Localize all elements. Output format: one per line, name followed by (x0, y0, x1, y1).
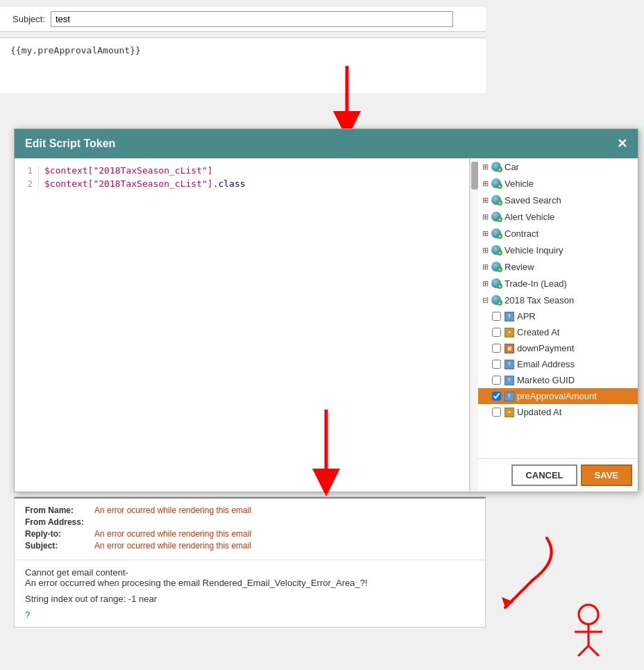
contract-icon: + (491, 228, 502, 239)
preview-area: From Name: An error ocurred while render… (15, 497, 485, 560)
code-text-2-start: $context["2018TaxSeason_cList"] (44, 178, 213, 189)
field-item-apr[interactable]: T APR (478, 308, 638, 324)
error-line-1: Cannot get email content- (25, 567, 475, 578)
annotation-arrow-2 (305, 410, 347, 495)
preview-from-name-row: From Name: An error ocurred while render… (25, 505, 475, 515)
field-label-down-payment: downPayment (517, 343, 574, 353)
field-label-created-at: Created At (517, 327, 559, 337)
tree-item-vehicle-inquiry[interactable]: ⊞ + Vehicle Inquiry (478, 242, 638, 258)
cancel-button[interactable]: CANCEL (511, 464, 577, 486)
checkbox-apr[interactable] (492, 312, 501, 321)
checkbox-down-payment[interactable] (492, 344, 501, 353)
vehicle-inquiry-icon: + (491, 244, 502, 256)
tree-label-review: Review (505, 262, 534, 272)
tree-item-contract[interactable]: ⊞ + Contract (478, 225, 638, 242)
tree-item-vehicle[interactable]: ⊞ + Vehicle (478, 175, 638, 192)
checkbox-updated-at[interactable] (492, 408, 501, 417)
modal-header: Edit Script Token ✕ (15, 129, 638, 158)
modal-footer: CANCEL SAVE (478, 458, 638, 492)
field-label-marketo-guid: Marketo GUID (517, 375, 575, 385)
tax-season-icon: + (491, 294, 502, 305)
expand-icon-vehicle-inquiry: ⊞ (482, 246, 489, 255)
checkbox-marketo-guid[interactable] (492, 376, 501, 385)
checkbox-email-address[interactable] (492, 360, 501, 369)
tree-label-car: Car (505, 162, 519, 172)
annotation-arrow-1 (326, 66, 368, 137)
error-question-mark: ? (25, 610, 475, 620)
tree-panel[interactable]: ⊞ + Car ⊞ + (478, 158, 638, 492)
save-button[interactable]: SAVE (581, 464, 632, 486)
reply-to-label: Reply-to: (25, 529, 94, 539)
checkbox-created-at[interactable] (492, 328, 501, 337)
field-label-email-address: Email Address (517, 359, 575, 369)
checkbox-pre-approval-amount[interactable] (492, 392, 501, 401)
expand-icon-trade-in: ⊞ (482, 279, 489, 288)
line-number-2: 2 (18, 178, 39, 189)
error-line-2: An error occurred when procesing the ema… (25, 578, 475, 588)
expand-icon-vehicle: ⊞ (482, 179, 489, 188)
code-line-1: 1 $context["2018TaxSeason_cList"] (18, 164, 466, 177)
tree-label-2018-tax-season: 2018 Tax Season (505, 295, 574, 305)
svg-line-9 (588, 646, 599, 656)
code-text-2-end: .class (213, 178, 246, 189)
annotation-scribbles (477, 517, 637, 656)
code-scrollbar[interactable] (470, 158, 478, 492)
updated-at-type-icon: ≡ (505, 408, 514, 417)
code-text-1: $context["2018TaxSeason_cList"] (44, 165, 213, 176)
saved-search-icon: + (491, 194, 502, 206)
email-type-icon: T (505, 360, 514, 369)
marketo-guid-type-icon: T (505, 376, 514, 385)
reply-to-value: An error ocurred while rendering this em… (94, 529, 251, 539)
field-item-updated-at[interactable]: ≡ Updated At (478, 404, 638, 420)
pre-approval-type-icon: T (505, 392, 514, 401)
car-icon: + (491, 161, 502, 172)
down-payment-type-icon: ▦ (505, 344, 514, 353)
tree-item-saved-search[interactable]: ⊞ + Saved Search (478, 192, 638, 208)
tree-item-alert-vehicle[interactable]: ⊞ + Alert Vehicle (478, 208, 638, 225)
field-item-marketo-guid[interactable]: T Marketo GUID (478, 372, 638, 388)
expand-icon-2018-tax-season: ⊟ (482, 296, 489, 305)
preview-subject-value: An error ocurred while rendering this em… (94, 541, 251, 551)
trade-in-icon: + (491, 278, 502, 289)
tree-label-contract: Contract (505, 228, 539, 239)
modal-close-button[interactable]: ✕ (617, 136, 627, 151)
field-item-email-address[interactable]: T Email Address (478, 356, 638, 372)
tree-item-2018-tax-season[interactable]: ⊟ + 2018 Tax Season (478, 292, 638, 308)
expand-icon-contract: ⊞ (482, 229, 489, 238)
tree-item-trade-in[interactable]: ⊞ + Trade-In (Lead) (478, 275, 638, 292)
preview-error-section: From Name: An error ocurred while render… (14, 496, 486, 628)
field-item-created-at[interactable]: ≡ Created At (478, 324, 638, 340)
from-name-value: An error ocurred while rendering this em… (94, 505, 251, 515)
tree-item-car[interactable]: ⊞ + Car (478, 158, 638, 175)
svg-marker-4 (502, 597, 514, 608)
from-name-label: From Name: (25, 505, 94, 515)
field-label-pre-approval-amount: preApprovalAmount (517, 391, 597, 401)
subject-input[interactable] (51, 11, 453, 27)
field-label-apr: APR (517, 311, 536, 321)
tree-label-vehicle-inquiry: Vehicle Inquiry (505, 245, 564, 256)
tree-label-vehicle: Vehicle (505, 178, 534, 189)
tree-label-saved-search: Saved Search (505, 195, 561, 206)
error-area: Cannot get email content- An error occur… (15, 560, 485, 627)
svg-point-5 (579, 605, 598, 624)
subject-label: Subject: (7, 14, 45, 24)
scroll-thumb (471, 162, 478, 190)
from-address-label: From Address: (25, 517, 94, 527)
svg-line-8 (578, 646, 588, 656)
preview-subject-label: Subject: (25, 541, 94, 551)
error-line-4: String index out of range: -1 near (25, 594, 475, 604)
modal-title: Edit Script Token (25, 137, 115, 150)
line-number-1: 1 (18, 165, 39, 176)
alert-vehicle-icon: + (491, 211, 502, 222)
field-item-pre-approval-amount[interactable]: T preApprovalAmount (478, 388, 638, 404)
expand-icon-review: ⊞ (482, 262, 489, 271)
created-at-type-icon: ≡ (505, 328, 514, 337)
code-editor-panel[interactable]: 1 $context["2018TaxSeason_cList"] 2 $con… (15, 158, 470, 492)
tree-panel-wrapper: ⊞ + Car ⊞ + (478, 158, 638, 492)
expand-icon-alert-vehicle: ⊞ (482, 212, 489, 221)
apr-type-icon: T (505, 312, 514, 321)
review-icon: + (491, 261, 502, 272)
tree-label-alert-vehicle: Alert Vehicle (505, 212, 554, 222)
field-item-down-payment[interactable]: ▦ downPayment (478, 340, 638, 356)
tree-item-review[interactable]: ⊞ + Review (478, 258, 638, 275)
